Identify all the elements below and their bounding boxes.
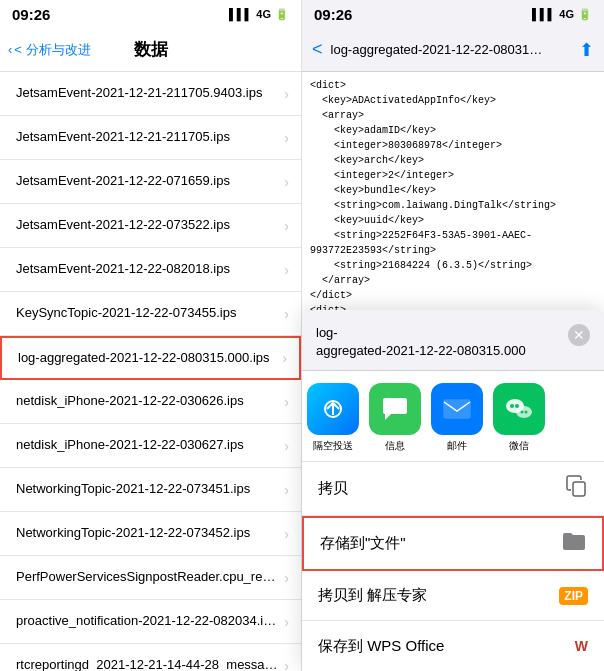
folder-icon <box>562 531 586 556</box>
file-item-9[interactable]: NetworkingTopic-2021-12-22-073451.ips› <box>0 468 301 512</box>
save-to-files-label: 存储到"文件" <box>320 534 406 553</box>
chevron-icon-9: › <box>284 482 289 498</box>
unzip-label: 拷贝到 解压专家 <box>318 586 427 605</box>
left-back-chevron: ‹ <box>8 42 12 57</box>
file-name-1: JetsamEvent-2021-12-21-211705.ips <box>16 128 278 146</box>
right-nav-title: log-aggregated-2021-12-22-08031… <box>331 42 571 57</box>
left-back-button[interactable]: ‹ < 分析与改进 <box>8 41 91 59</box>
file-item-1[interactable]: JetsamEvent-2021-12-21-211705.ips› <box>0 116 301 160</box>
unzip-menu-item[interactable]: 拷贝到 解压专家 ZIP <box>302 571 604 621</box>
file-item-5[interactable]: KeySyncTopic-2021-12-22-073455.ips› <box>0 292 301 336</box>
app-icon-mail[interactable]: 邮件 <box>426 383 488 453</box>
share-sheet-title: log-aggregated-2021-12-22-080315.000 <box>316 324 526 360</box>
file-name-12: proactive_notification-2021-12-22-082034… <box>16 612 278 630</box>
file-name-11: PerfPowerServicesSignpostReader.cpu_reso… <box>16 568 278 586</box>
right-time: 09:26 <box>314 6 352 23</box>
mail-label: 邮件 <box>447 439 467 453</box>
app-icon-messages[interactable]: 信息 <box>364 383 426 453</box>
svg-point-7 <box>525 411 528 414</box>
left-nav-title: 数据 <box>134 38 168 61</box>
copy-menu-item[interactable]: 拷贝 <box>302 462 604 516</box>
app-icon-wechat[interactable]: 微信 <box>488 383 550 453</box>
chevron-icon-13: › <box>284 658 289 672</box>
right-back-button[interactable]: < <box>312 39 323 60</box>
chevron-icon-2: › <box>284 174 289 190</box>
svg-rect-1 <box>444 400 470 418</box>
chevron-icon-10: › <box>284 526 289 542</box>
right-signal-icon: ▌▌▌ <box>532 8 555 20</box>
file-item-7[interactable]: netdisk_iPhone-2021-12-22-030626.ips› <box>0 380 301 424</box>
copy-label: 拷贝 <box>318 479 348 498</box>
airdrop-label: 隔空投送 <box>313 439 353 453</box>
left-status-bar: 09:26 ▌▌▌ 4G 🔋 <box>0 0 301 28</box>
wps-menu-item[interactable]: 保存到 WPS Office W <box>302 621 604 671</box>
svg-point-3 <box>510 404 514 408</box>
chevron-icon-4: › <box>284 262 289 278</box>
wechat-label: 微信 <box>509 439 529 453</box>
airdrop-icon <box>307 383 359 435</box>
left-nav-bar: ‹ < 分析与改进 数据 <box>0 28 301 72</box>
mail-icon <box>431 383 483 435</box>
svg-point-4 <box>515 404 519 408</box>
chevron-icon-3: › <box>284 218 289 234</box>
copy-icon <box>566 475 588 502</box>
chevron-icon-12: › <box>284 614 289 630</box>
share-sheet-close-button[interactable]: ✕ <box>568 324 590 346</box>
left-back-label: < 分析与改进 <box>14 41 90 59</box>
file-item-13[interactable]: rtcreportingd_2021-12-21-14-44-28_messa…… <box>0 644 301 671</box>
save-to-files-menu-item[interactable]: 存储到"文件" <box>302 516 604 571</box>
share-sheet-header: log-aggregated-2021-12-22-080315.000 ✕ <box>302 310 604 371</box>
file-name-4: JetsamEvent-2021-12-22-082018.ips <box>16 260 278 278</box>
file-name-5: KeySyncTopic-2021-12-22-073455.ips <box>16 304 278 322</box>
file-name-7: netdisk_iPhone-2021-12-22-030626.ips <box>16 392 278 410</box>
chevron-icon-7: › <box>284 394 289 410</box>
file-name-10: NetworkingTopic-2021-12-22-073452.ips <box>16 524 278 542</box>
chevron-icon-8: › <box>284 438 289 454</box>
file-item-12[interactable]: proactive_notification-2021-12-22-082034… <box>0 600 301 644</box>
file-item-11[interactable]: PerfPowerServicesSignpostReader.cpu_reso… <box>0 556 301 600</box>
svg-point-6 <box>521 411 524 414</box>
zip-icon: ZIP <box>559 587 588 605</box>
file-item-4[interactable]: JetsamEvent-2021-12-22-082018.ips› <box>0 248 301 292</box>
file-name-3: JetsamEvent-2021-12-22-073522.ips <box>16 216 278 234</box>
file-item-3[interactable]: JetsamEvent-2021-12-22-073522.ips› <box>0 204 301 248</box>
file-item-0[interactable]: JetsamEvent-2021-12-21-211705.9403.ips› <box>0 72 301 116</box>
app-icon-airdrop[interactable]: 隔空投送 <box>302 383 364 453</box>
chevron-icon-0: › <box>284 86 289 102</box>
chevron-icon-6: › <box>282 350 287 366</box>
file-name-0: JetsamEvent-2021-12-21-211705.9403.ips <box>16 84 278 102</box>
file-name-6: log-aggregated-2021-12-22-080315.000.ips <box>18 349 276 367</box>
svg-point-5 <box>516 406 532 418</box>
file-item-10[interactable]: NetworkingTopic-2021-12-22-073452.ips› <box>0 512 301 556</box>
messages-icon <box>369 383 421 435</box>
right-nav-bar: < log-aggregated-2021-12-22-08031… ⬆ <box>302 28 604 72</box>
app-icons-row: 隔空投送 信息 邮件 <box>302 371 604 462</box>
right-status-icons: ▌▌▌ 4G 🔋 <box>532 8 592 21</box>
left-time: 09:26 <box>12 6 50 23</box>
wps-icon: W <box>575 638 588 654</box>
left-panel: 09:26 ▌▌▌ 4G 🔋 ‹ < 分析与改进 数据 JetsamEvent-… <box>0 0 302 671</box>
chevron-icon-11: › <box>284 570 289 586</box>
chevron-icon-5: › <box>284 306 289 322</box>
chevron-icon-1: › <box>284 130 289 146</box>
share-sheet: log-aggregated-2021-12-22-080315.000 ✕ 隔… <box>302 310 604 671</box>
file-item-2[interactable]: JetsamEvent-2021-12-22-071659.ips› <box>0 160 301 204</box>
signal-icon: ▌▌▌ <box>229 8 252 20</box>
wps-label: 保存到 WPS Office <box>318 637 444 656</box>
right-panel: 09:26 ▌▌▌ 4G 🔋 < log-aggregated-2021-12-… <box>302 0 604 671</box>
right-share-icon[interactable]: ⬆ <box>579 39 594 61</box>
svg-rect-8 <box>573 482 585 496</box>
file-item-6[interactable]: log-aggregated-2021-12-22-080315.000.ips… <box>0 336 301 380</box>
file-item-8[interactable]: netdisk_iPhone-2021-12-22-030627.ips› <box>0 424 301 468</box>
right-status-bar: 09:26 ▌▌▌ 4G 🔋 <box>302 0 604 28</box>
wechat-icon <box>493 383 545 435</box>
left-status-icons: ▌▌▌ 4G 🔋 <box>229 8 289 21</box>
messages-label: 信息 <box>385 439 405 453</box>
file-name-13: rtcreportingd_2021-12-21-14-44-28_messa… <box>16 656 278 671</box>
file-list: JetsamEvent-2021-12-21-211705.9403.ips›J… <box>0 72 301 671</box>
file-name-2: JetsamEvent-2021-12-22-071659.ips <box>16 172 278 190</box>
network-icon: 4G <box>256 8 271 20</box>
right-battery-icon: 🔋 <box>578 8 592 21</box>
file-name-9: NetworkingTopic-2021-12-22-073451.ips <box>16 480 278 498</box>
right-network-icon: 4G <box>559 8 574 20</box>
